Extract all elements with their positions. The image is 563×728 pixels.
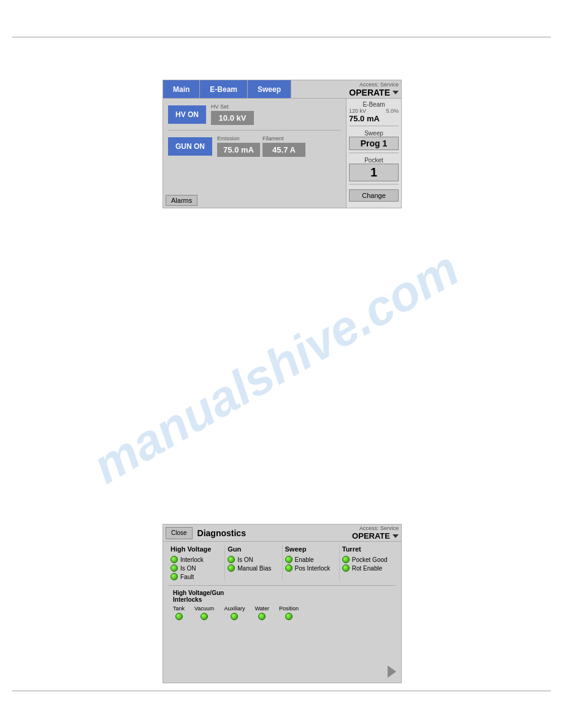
diag-operate-row[interactable]: OPERATE (352, 531, 399, 540)
filament-wrap: Filament 45.7 A (262, 143, 305, 157)
sweep-posinterlock-label: Pos Interlock (295, 565, 331, 572)
col-turret-title: Turret (342, 545, 394, 553)
col-turret: Turret Pocket Good Rot Enable (340, 545, 396, 580)
interlocks-section: High Voltage/Gun Interlocks Tank Vacuum … (168, 585, 396, 620)
emission-wrap: Emission 75.0 mA (217, 143, 260, 157)
ebeam-small-left: 120 kV (349, 108, 366, 114)
diag-chevron-down-icon[interactable] (393, 534, 399, 538)
turret-pocketgood-led (342, 556, 350, 563)
gun-ison-label: Is ON (237, 556, 253, 563)
interlock-vacuum: Vacuum (194, 605, 214, 620)
tab-main[interactable]: Main (163, 80, 200, 98)
col-gun: Gun Is ON Manual Bias (225, 545, 282, 580)
gun-on-button[interactable]: GUN ON (168, 137, 212, 156)
sweep-enable-led (285, 556, 293, 563)
hv-ison-label: Is ON (180, 565, 196, 572)
hv-value-wrap: HV Set 10.0 kV (211, 111, 254, 125)
alarms-button[interactable]: Alarms (166, 195, 197, 206)
panel1-content: HV ON HV Set 10.0 kV GUN ON Emission 75.… (163, 99, 401, 208)
interlocks-indicators: Tank Vacuum Auxiliary Water Position (173, 605, 391, 620)
hv-ison-row: Is ON (170, 564, 222, 572)
diag-access-label: Access: Service (359, 525, 399, 531)
ebeam-small-values: 120 kV 5.0% (349, 108, 399, 114)
interlock-vacuum-label: Vacuum (194, 605, 214, 612)
hv-fault-label: Fault (180, 574, 194, 580)
interlock-tank-led (175, 613, 183, 620)
interlock-water-label: Water (255, 605, 269, 612)
col-high-voltage: High Voltage Interlock Is ON Fault (168, 545, 225, 580)
sweep-posinterlock-row: Pos Interlock (285, 564, 337, 572)
hv-interlock-led (170, 556, 178, 563)
interlock-water: Water (255, 605, 269, 620)
tab-ebeam[interactable]: E-Beam (200, 80, 248, 98)
col-sweep-title: Sweep (285, 545, 337, 553)
pocket-section: Pocket 1 (349, 157, 399, 184)
diag-content: High Voltage Interlock Is ON Fault Gun (163, 542, 401, 624)
tabs-bar: Main E-Beam Sweep Access: Service OPERAT… (163, 80, 401, 99)
diag-tabs-bar: Close Diagnostics Access: Service OPERAT… (163, 525, 401, 542)
sweep-enable-row: Enable (285, 556, 337, 563)
panel1-left: HV ON HV Set 10.0 kV GUN ON Emission 75.… (163, 99, 346, 208)
interlock-vacuum-led (201, 613, 208, 620)
diag-columns: High Voltage Interlock Is ON Fault Gun (168, 545, 396, 580)
change-button[interactable]: Change (349, 189, 399, 202)
interlock-position-label: Position (279, 605, 299, 612)
gun-ison-row: Is ON (228, 556, 279, 563)
panel1-main-screen: Main E-Beam Sweep Access: Service OPERAT… (163, 80, 402, 208)
filament-value: 45.7 A (262, 143, 305, 157)
ebeam-section: E-Beam 120 kV 5.0% 75.0 mA (349, 101, 399, 126)
turret-rotenable-led (342, 564, 350, 572)
panel2-diagnostics: Close Diagnostics Access: Service OPERAT… (163, 524, 402, 683)
diag-access-area: Access: Service OPERATE (352, 525, 401, 540)
interlock-tank: Tank (173, 605, 185, 620)
tab-sweep[interactable]: Sweep (248, 80, 291, 98)
access-area: Access: Service OPERATE (349, 82, 401, 97)
filament-label: Filament (262, 135, 284, 142)
gun-ison-led (228, 556, 235, 563)
hv-fault-row: Fault (170, 573, 222, 580)
sweep-section: Sweep Prog 1 (349, 130, 399, 153)
sweep-enable-label: Enable (295, 556, 314, 563)
hv-on-button[interactable]: HV ON (168, 105, 206, 124)
interlock-tank-label: Tank (173, 605, 185, 612)
gun-section: GUN ON Emission 75.0 mA Filament 45.7 A (168, 135, 341, 157)
interlock-auxiliary-label: Auxiliary (224, 605, 245, 612)
turret-rotenable-label: Rot Enable (352, 565, 382, 572)
close-button[interactable]: Close (166, 527, 193, 539)
turret-pocketgood-label: Pocket Good (352, 556, 388, 563)
interlock-auxiliary-led (231, 613, 238, 620)
operate-label: OPERATE (349, 88, 390, 97)
pocket-right-label: Pocket (349, 157, 399, 164)
interlock-water-led (258, 613, 266, 620)
hv-interlock-row: Interlock (170, 556, 222, 563)
bottom-divider (12, 691, 551, 691)
col-gun-title: Gun (228, 545, 279, 553)
pocket-value-box: 1 (349, 164, 399, 181)
hv-interlock-label: Interlock (180, 556, 204, 563)
top-divider (12, 37, 551, 37)
sweep-posinterlock-led (285, 564, 293, 572)
diagnostics-title: Diagnostics (197, 528, 246, 538)
hv-ison-led (170, 564, 178, 572)
ebeam-main-value: 75.0 mA (349, 114, 399, 123)
interlock-position-led (285, 613, 293, 620)
sweep-value-box: Prog 1 (349, 137, 399, 150)
emission-label: Emission (217, 135, 240, 142)
operate-row[interactable]: OPERATE (349, 88, 399, 97)
access-label: Access: Service (359, 82, 399, 88)
alarms-bar: Alarms (163, 193, 346, 208)
interlock-position: Position (279, 605, 299, 620)
hv-set-label: HV Set (211, 104, 229, 110)
diag-operate-label: OPERATE (352, 531, 390, 540)
sweep-right-label: Sweep (349, 130, 399, 137)
chevron-down-icon[interactable] (393, 91, 399, 94)
turret-pocketgood-row: Pocket Good (342, 556, 394, 563)
col-hv-title: High Voltage (170, 545, 222, 553)
interlocks-title: High Voltage/Gun Interlocks (173, 590, 391, 603)
gun-manualbias-label: Manual Bias (237, 565, 271, 572)
turret-rotenable-row: Rot Enable (342, 564, 394, 572)
gun-manualbias-led (228, 564, 235, 572)
gun-values: Emission 75.0 mA Filament 45.7 A (217, 135, 305, 157)
scroll-right-icon[interactable] (388, 665, 396, 678)
hv-value-display: 10.0 kV (211, 111, 254, 125)
